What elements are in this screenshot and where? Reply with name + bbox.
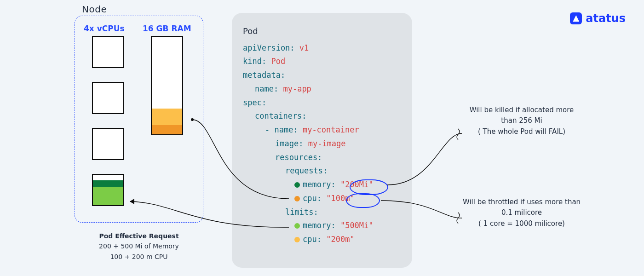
yaml-line: requests: [243,164,401,178]
ram-label: 16 GB RAM [143,24,191,33]
pod-title: Pod [243,24,401,39]
pod-yaml-panel: Pod apiVersion: v1 kind: Pod metadata: n… [232,13,412,268]
yaml-line: resources: [243,151,401,165]
effective-memory-line: 200 + 500 Mi of Memory [79,241,199,251]
vcpu-label: 4x vCPUs [84,24,125,33]
yaml-line: kind: Pod [243,55,401,69]
highlight-circle-cpu [346,193,380,208]
yellow-dot-icon [294,237,300,242]
annotation-memory-limit: Will be killed if allocated more than 25… [462,105,581,137]
cpu-cell [92,82,124,114]
yaml-line: metadata: [243,69,401,82]
orange-dot-icon [294,196,300,201]
ram-request-fill [152,125,182,134]
yaml-limit-cpu: cpu: "200m" [243,233,401,247]
cpu-cell-filled [92,174,124,206]
yaml-line: limits: [243,206,401,219]
node-title: Node [82,4,107,15]
ram-column [151,36,183,135]
annotation-cpu-limit: Will be throttled if uses more than 0.1 … [462,197,581,229]
cpu-column [92,36,123,206]
effective-title: Pod Effective Request [79,231,199,241]
yaml-line: apiVersion: v1 [243,41,401,55]
dark-green-dot-icon [294,182,300,188]
cpu-cell [92,36,124,68]
yaml-line: spec: [243,96,401,110]
highlight-circle-memory [350,179,388,195]
yaml-limit-memory: memory: "500Mi" [243,219,401,233]
effective-cpu-line: 100 + 200 m CPU [79,252,199,262]
brand-name: atatus [586,12,626,25]
brand-logo: atatus [570,12,626,25]
yaml-line: image: my-image [243,137,401,151]
yaml-line: containers: [243,109,401,123]
light-green-dot-icon [294,223,300,229]
cpu-cell [92,128,124,160]
effective-request-caption: Pod Effective Request 200 + 500 Mi of Me… [79,231,199,262]
brand-logo-mark [570,12,582,24]
cpu-request-fill [93,180,123,187]
yaml-line: name: my-app [243,82,401,96]
cpu-limit-fill [93,187,123,205]
yaml-line: - name: my-container [243,123,401,137]
